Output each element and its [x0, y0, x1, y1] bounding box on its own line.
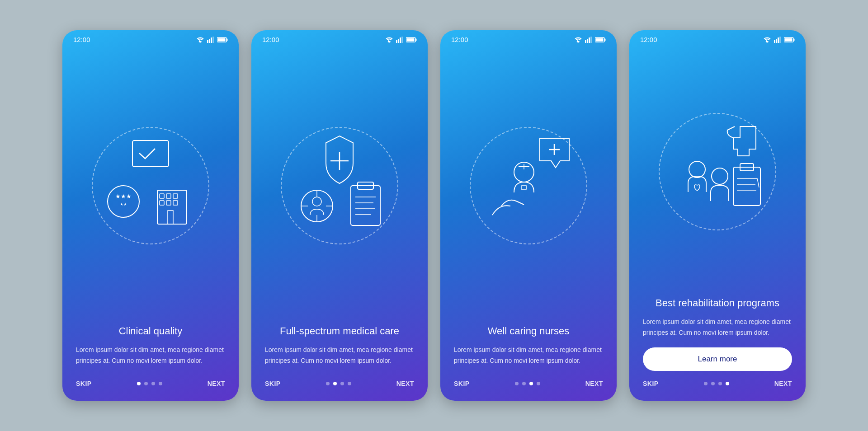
dot-2-2 — [333, 382, 337, 385]
icon-area-3 — [440, 47, 617, 325]
svg-rect-24 — [415, 38, 417, 41]
screen-title-3: Well caring nurses — [454, 325, 603, 338]
screen-4: 12:00 — [629, 30, 806, 401]
screen-3: 12:00 — [440, 30, 617, 401]
svg-rect-11 — [157, 190, 187, 224]
svg-rect-41 — [587, 39, 588, 43]
svg-rect-13 — [166, 194, 171, 198]
nav-bar-1: SKIP NEXT — [62, 375, 239, 387]
next-button-1[interactable]: NEXT — [208, 380, 225, 387]
battery-icon-3 — [595, 37, 606, 42]
icon-area-4 — [629, 47, 806, 297]
signal-icon-2 — [396, 37, 403, 43]
nav-bar-2: SKIP NEXT — [251, 375, 428, 387]
status-icons-1 — [196, 37, 228, 43]
svg-rect-56 — [778, 37, 779, 43]
wifi-icon-4 — [763, 37, 771, 43]
nurses-icon — [440, 47, 617, 325]
screen-title-2: Full-spectrum medical care — [265, 325, 414, 338]
signal-icon-4 — [774, 37, 781, 43]
text-area-2: Full-spectrum medical care Lorem ipsum d… — [251, 325, 428, 375]
svg-rect-15 — [160, 201, 164, 205]
learn-more-button[interactable]: Learn more — [643, 347, 792, 371]
svg-rect-42 — [589, 37, 590, 43]
screens-container: 12:00 ★★★ ★★ — [44, 12, 824, 419]
wifi-icon — [196, 37, 204, 43]
dots-4 — [704, 382, 729, 385]
time-1: 12:00 — [73, 36, 90, 43]
status-icons-3 — [574, 37, 606, 43]
next-button-4[interactable]: NEXT — [774, 380, 792, 387]
svg-point-61 — [689, 161, 705, 178]
battery-icon — [217, 37, 228, 42]
dot-4-3 — [718, 382, 722, 385]
dots-2 — [326, 382, 351, 385]
battery-icon-2 — [406, 37, 417, 42]
dots-3 — [515, 382, 540, 385]
svg-point-8 — [108, 186, 139, 217]
svg-rect-63 — [733, 167, 760, 206]
dot-3-2 — [522, 382, 526, 385]
svg-rect-2 — [211, 37, 212, 43]
skip-button-3[interactable]: SKIP — [454, 380, 470, 387]
svg-rect-53 — [521, 186, 527, 189]
screen-body-4: Lorem ipsum dolor sit dim amet, mea regi… — [643, 317, 792, 338]
svg-rect-0 — [207, 40, 208, 43]
screen-1: 12:00 ★★★ ★★ — [62, 30, 239, 401]
dot-1-4 — [159, 382, 162, 385]
dot-2-3 — [340, 382, 344, 385]
icon-area-2 — [251, 47, 428, 325]
svg-point-62 — [712, 168, 728, 184]
skip-button-2[interactable]: SKIP — [265, 380, 281, 387]
svg-rect-22 — [401, 37, 403, 43]
text-area-1: Clinical quality Lorem ipsum dolor sit d… — [62, 325, 239, 375]
rehabilitation-icon — [629, 47, 806, 297]
dot-4-2 — [711, 382, 715, 385]
dot-2-1 — [326, 382, 330, 385]
dot-2-4 — [348, 382, 351, 385]
dot-4-4 — [726, 382, 729, 385]
svg-rect-19 — [396, 40, 397, 43]
time-4: 12:00 — [640, 36, 657, 43]
svg-rect-18 — [168, 211, 173, 224]
time-3: 12:00 — [451, 36, 468, 43]
svg-line-68 — [757, 178, 759, 187]
screen-title-4: Best rehabilitation programs — [643, 297, 792, 310]
text-area-3: Well caring nurses Lorem ipsum dolor sit… — [440, 325, 617, 375]
svg-rect-55 — [776, 39, 777, 43]
next-button-3[interactable]: NEXT — [585, 380, 603, 387]
svg-rect-3 — [212, 37, 214, 43]
dot-3-4 — [537, 382, 540, 385]
skip-button-1[interactable]: SKIP — [76, 380, 92, 387]
dot-1-1 — [137, 382, 141, 385]
signal-icon-3 — [585, 37, 592, 43]
wifi-icon-3 — [574, 37, 582, 43]
screen-body-2: Lorem ipsum dolor sit dim amet, mea regi… — [265, 345, 414, 366]
svg-rect-54 — [774, 40, 775, 43]
medical-care-icon — [251, 47, 428, 325]
nav-bar-3: SKIP NEXT — [440, 375, 617, 387]
svg-rect-34 — [351, 186, 380, 225]
svg-rect-1 — [209, 39, 210, 43]
svg-rect-59 — [793, 38, 795, 41]
icon-area-1: ★★★ ★★ — [62, 47, 239, 325]
screen-title-1: Clinical quality — [76, 325, 225, 338]
next-button-2[interactable]: NEXT — [396, 380, 414, 387]
status-icons-4 — [763, 37, 795, 43]
status-icons-2 — [385, 37, 417, 43]
svg-rect-25 — [407, 38, 415, 41]
status-bar-2: 12:00 — [251, 30, 428, 47]
dot-1-3 — [151, 382, 155, 385]
svg-rect-12 — [160, 194, 164, 198]
dot-3-1 — [515, 382, 519, 385]
screen-body-1: Lorem ipsum dolor sit dim amet, mea regi… — [76, 345, 225, 366]
svg-rect-45 — [604, 38, 606, 41]
svg-rect-46 — [596, 38, 604, 41]
svg-rect-16 — [166, 201, 171, 205]
dot-4-1 — [704, 382, 708, 385]
svg-rect-57 — [779, 37, 781, 43]
skip-button-4[interactable]: SKIP — [643, 380, 659, 387]
nav-bar-4: SKIP NEXT — [629, 375, 806, 387]
svg-point-29 — [312, 197, 321, 206]
signal-icon — [207, 37, 214, 43]
